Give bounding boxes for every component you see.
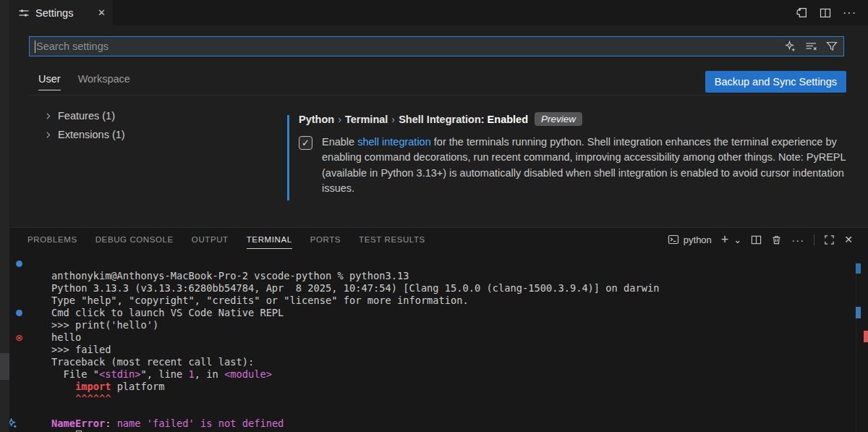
editor-tab-bar: Settings ✕ ···	[9, 0, 868, 25]
terminal-line-gutter	[13, 295, 25, 307]
panel-header: PROBLEMSDEBUG CONSOLEOUTPUTTERMINALPORTS…	[0, 228, 868, 251]
terminal-line: >>> print('hello')	[0, 307, 868, 319]
checkmark-icon: ✓	[302, 137, 310, 148]
terminal-line-gutter	[13, 258, 25, 270]
panel-tab-label: PROBLEMS	[27, 235, 77, 244]
more-actions-icon[interactable]: ···	[843, 7, 856, 20]
tab-settings[interactable]: Settings ✕	[9, 0, 113, 25]
scope-tabs: UserWorkspace	[38, 73, 130, 90]
maximize-panel-icon[interactable]	[824, 234, 835, 245]
terminal-output[interactable]: anthonykim@Anthonys-MacBook-Pro-2 vscode…	[0, 258, 868, 430]
command-success-decoration-icon[interactable]	[16, 261, 22, 267]
terminal-line: Traceback (most recent call last):	[0, 344, 868, 356]
scope-row: UserWorkspace Backup and Sync Settings	[38, 69, 846, 95]
description-text: Enable	[322, 136, 357, 148]
toc-item-label: Features (1)	[58, 110, 115, 122]
terminal-line-gutter	[13, 282, 25, 295]
filter-funnel-icon[interactable]	[826, 41, 838, 52]
panel-actions: python + ⌄ ···	[668, 232, 868, 247]
terminal-line-gutter	[13, 356, 25, 368]
setting-description: Enable shell integration for the termina…	[322, 135, 847, 197]
panel-tab-debug-console[interactable]: DEBUG CONSOLE	[95, 235, 174, 244]
window-left-edge	[0, 0, 9, 432]
toc-item-features[interactable]: Features (1)	[43, 106, 125, 125]
modified-setting-indicator	[287, 115, 289, 200]
scope-tab-label: User	[38, 73, 61, 85]
ai-search-sparkle-icon[interactable]	[785, 41, 796, 52]
scope-tab-workspace[interactable]: Workspace	[78, 73, 130, 90]
overview-ruler-error-marker	[864, 331, 868, 342]
search-placeholder: Search settings	[36, 41, 109, 52]
chevron-right-icon	[43, 130, 53, 140]
panel-tab-label: OUTPUT	[192, 235, 229, 244]
setting-checkbox[interactable]: ✓	[299, 136, 312, 150]
panel-tab-label: TEST RESULTS	[359, 235, 425, 244]
panel-tab-output[interactable]: OUTPUT	[192, 235, 229, 244]
overview-ruler-command-marker	[856, 263, 861, 274]
settings-editor: Search settings UserWorkspac	[9, 25, 868, 227]
chevron-right-icon	[43, 111, 53, 121]
terminal-line-gutter	[13, 319, 25, 331]
breadcrumb-separator: ›	[388, 114, 399, 125]
command-success-decoration-icon[interactable]	[16, 310, 22, 316]
kill-terminal-trash-icon[interactable]	[771, 234, 782, 245]
setting-value-word: Enabled	[488, 114, 528, 125]
new-terminal-icon[interactable]: +	[721, 232, 729, 247]
terminal-line-gutter	[13, 307, 25, 319]
breadcrumb-separator: ›	[334, 114, 345, 125]
tab-settings-label: Settings	[35, 7, 73, 19]
shell-integration-link[interactable]: shell integration	[357, 136, 431, 148]
backup-sync-settings-button[interactable]: Backup and Sync Settings	[705, 71, 846, 93]
terminal-icon	[668, 234, 679, 245]
panel-tab-terminal[interactable]: TERMINAL	[247, 235, 292, 244]
settings-sliders-icon	[18, 7, 30, 19]
split-editor-icon[interactable]	[820, 7, 831, 19]
toc-item-label: Extensions (1)	[58, 129, 125, 140]
setting-category: Python	[299, 114, 334, 125]
terminal-line-gutter	[13, 418, 25, 430]
terminal-line: ^^^^^^	[0, 381, 868, 393]
terminal-line-gutter	[13, 381, 25, 393]
scrollbar-track	[856, 261, 856, 432]
terminal-profile-chevron-icon[interactable]: ⌄	[733, 234, 741, 245]
search-actions	[785, 41, 843, 52]
terminal-line	[0, 393, 868, 405]
terminal-line: Python 3.13.3 (v3.13.3:6280bb54784, Apr …	[0, 270, 868, 282]
panel-more-actions-icon[interactable]: ···	[791, 234, 804, 246]
clear-search-filters-icon[interactable]	[805, 41, 817, 52]
command-error-decoration-icon[interactable]: ⊗	[15, 333, 23, 342]
terminal-line-gutter	[13, 368, 25, 381]
close-tab-icon[interactable]: ✕	[98, 7, 106, 18]
left-scrollbar-thumb[interactable]	[0, 353, 9, 380]
panel-tab-test-results[interactable]: TEST RESULTS	[359, 235, 425, 244]
panel-tab-label: PORTS	[310, 235, 341, 244]
divider	[814, 234, 814, 245]
terminal-line-gutter	[13, 270, 25, 282]
divider	[29, 95, 844, 96]
open-settings-json-icon[interactable]	[796, 7, 808, 19]
toc-item-extensions[interactable]: Extensions (1)	[43, 125, 125, 144]
setting-title: Python › Terminal › Shell Integration: E…	[299, 112, 859, 126]
panel-tab-problems[interactable]: PROBLEMS	[27, 235, 77, 244]
setting-name: Shell Integration:	[399, 114, 484, 125]
editor-actions: ···	[796, 0, 856, 25]
terminal-ai-sparkle-icon[interactable]	[7, 394, 31, 432]
overview-ruler-command-marker	[856, 307, 861, 318]
terminal-line: ⊗>>> failed	[0, 331, 868, 344]
setting-category: Terminal	[345, 114, 388, 125]
close-panel-icon[interactable]: ✕	[844, 234, 853, 245]
terminal-line: File "<stdin>", line 1, in <module>	[0, 356, 868, 368]
terminal-line: import platform	[0, 368, 868, 381]
panel-tab-ports[interactable]: PORTS	[310, 235, 341, 244]
split-terminal-icon[interactable]	[751, 234, 762, 245]
terminal-line: Type "help", "copyright", "credits" or "…	[0, 282, 868, 295]
terminal-line-gutter: ⊗	[13, 331, 25, 344]
terminal-line: anthonykim@Anthonys-MacBook-Pro-2 vscode…	[0, 258, 868, 270]
settings-search-input[interactable]: Search settings	[29, 36, 844, 56]
terminal-line: NameError: name 'failed' is not defined	[0, 405, 868, 418]
setting-description-row: ✓ Enable shell integration for the termi…	[299, 135, 859, 197]
scope-tab-label: Workspace	[78, 73, 130, 85]
bottom-panel: PROBLEMSDEBUG CONSOLEOUTPUTTERMINALPORTS…	[0, 227, 868, 432]
terminal-instance-chip[interactable]: python	[668, 234, 712, 245]
scope-tab-user[interactable]: User	[38, 73, 61, 90]
